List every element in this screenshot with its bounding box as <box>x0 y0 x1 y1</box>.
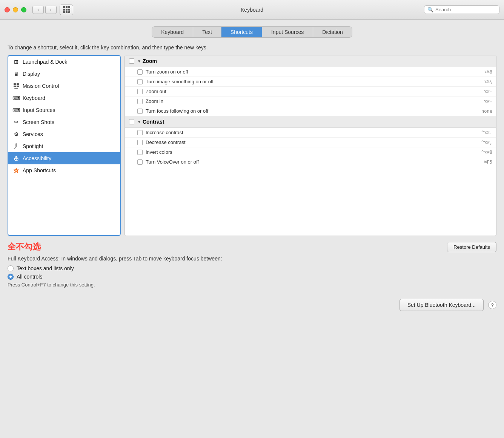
radio-text-boxes[interactable] <box>8 265 14 271</box>
description-text: To change a shortcut, select it, click t… <box>8 44 496 51</box>
shortcut-label: Turn VoiceOver on or off <box>146 159 462 165</box>
zoom-section-title: Zoom <box>143 58 157 64</box>
cb-contrast-0 <box>136 130 144 135</box>
sidebar-item-label: Input Sources <box>23 107 55 113</box>
sidebar-item-input-sources[interactable]: ⌨ Input Sources <box>8 104 120 116</box>
panel-area: ⊞ Launchpad & Dock 🖥 Display Mission Con… <box>8 55 496 236</box>
shortcut-key: ^⌥⌘, <box>462 140 492 145</box>
grid-icon <box>63 6 70 13</box>
restore-defaults-button[interactable]: Restore Defaults <box>447 242 496 252</box>
shortcut-label: Zoom out <box>146 89 462 94</box>
title-bar: ‹ › Keyboard 🔍 <box>0 0 504 20</box>
shortcut-row-zoom-4: Turn focus following on or off none <box>125 106 496 116</box>
sidebar-item-display[interactable]: 🖥 Display <box>8 68 120 80</box>
nav-buttons: ‹ › <box>32 6 57 14</box>
sidebar-item-services[interactable]: ⚙ Services <box>8 128 120 140</box>
setup-bluetooth-button[interactable]: Set Up Bluetooth Keyboard... <box>400 299 484 311</box>
tab-keyboard[interactable]: Keyboard <box>152 27 193 37</box>
svg-rect-0 <box>14 83 16 85</box>
grid-button[interactable] <box>60 5 73 15</box>
sidebar-item-label: Spotlight <box>23 143 43 149</box>
screen-shots-icon: ✂ <box>13 119 20 126</box>
shortcut-key: ^⌥⌘. <box>462 130 492 135</box>
sidebar-item-accessibility[interactable]: Accessibility <box>8 152 120 164</box>
search-input[interactable] <box>435 7 496 12</box>
shortcut-label: Turn zoom on or off <box>146 69 462 75</box>
cb-zoom-0 <box>136 69 144 75</box>
cb-zoom-4 <box>136 109 144 114</box>
shortcut-row-contrast-1: Decrease contrast ^⌥⌘, <box>125 138 496 147</box>
shortcut-label: Increase contrast <box>146 130 462 135</box>
shortcut-key: ⌥⌘- <box>462 89 492 94</box>
svg-rect-1 <box>17 83 19 85</box>
minimize-button[interactable] <box>13 7 18 12</box>
tab-shortcuts[interactable]: Shortcuts <box>221 27 262 37</box>
sidebar-item-keyboard[interactable]: ⌨ Keyboard <box>8 92 120 104</box>
sidebar-item-label: Mission Control <box>23 83 59 89</box>
bottom-bar: 全不勾选 Restore Defaults <box>8 240 496 256</box>
shortcut-row-zoom-0: Turn zoom on or off ⌥⌘8 <box>125 67 496 77</box>
svg-rect-5 <box>15 143 17 147</box>
svg-rect-4 <box>14 88 18 89</box>
window-title: Keyboard <box>241 7 263 13</box>
window-controls <box>5 7 26 12</box>
sidebar-item-label: Display <box>23 71 40 77</box>
hint-text: Press Control+F7 to change this setting. <box>8 282 496 288</box>
sidebar-item-label: Launchpad & Dock <box>23 59 67 65</box>
back-button[interactable]: ‹ <box>32 6 44 14</box>
fka-title: Full Keyboard Access: In windows and dia… <box>8 256 496 262</box>
shortcut-key: ^⌥⌘8 <box>462 150 492 155</box>
services-icon: ⚙ <box>13 131 20 138</box>
accessibility-icon <box>13 155 20 162</box>
contrast-triangle-icon[interactable]: ▼ <box>137 120 141 124</box>
radio-all-controls[interactable] <box>8 274 14 280</box>
mission-control-icon <box>13 83 20 89</box>
keyboard-icon: ⌨ <box>13 95 20 101</box>
cb-extra-1 <box>136 159 144 165</box>
shortcut-label: Turn focus following on or off <box>146 108 462 114</box>
contrast-checkbox[interactable] <box>129 119 134 124</box>
left-list: ⊞ Launchpad & Dock 🖥 Display Mission Con… <box>8 55 121 236</box>
footer-row: Set Up Bluetooth Keyboard... ? <box>8 295 496 311</box>
right-panel: ▼ Zoom Turn zoom on or off ⌥⌘8 Turn imag… <box>124 55 496 236</box>
cb-contrast-1 <box>136 140 144 145</box>
search-icon: 🔍 <box>427 7 433 12</box>
tab-dictation[interactable]: Dictation <box>313 27 352 37</box>
tabs-container: Keyboard Text Shortcuts Input Sources Di… <box>152 26 352 38</box>
help-button[interactable]: ? <box>488 301 496 309</box>
radio-label-text-boxes: Text boxes and lists only <box>17 265 74 271</box>
zoom-checkbox[interactable] <box>129 58 134 64</box>
shortcut-row-contrast-0: Increase contrast ^⌥⌘. <box>125 128 496 138</box>
shortcut-key: none <box>462 109 492 114</box>
svg-rect-3 <box>17 86 19 87</box>
chinese-text: 全不勾选 <box>8 241 41 253</box>
input-sources-icon: ⌨ <box>13 107 20 113</box>
shortcut-row-zoom-1: Turn image smoothing on or off ⌥⌘\ <box>125 77 496 87</box>
sidebar-item-mission-control[interactable]: Mission Control <box>8 80 120 92</box>
sidebar-item-launchpad[interactable]: ⊞ Launchpad & Dock <box>8 56 120 68</box>
sidebar-item-label: Accessibility <box>23 155 51 161</box>
search-box[interactable]: 🔍 <box>424 5 499 14</box>
cb-zoom-2 <box>136 89 144 94</box>
zoom-triangle-icon[interactable]: ▼ <box>137 59 141 63</box>
contrast-section-title: Contrast <box>143 119 164 125</box>
contrast-section-header: ▼ Contrast <box>125 116 496 128</box>
tab-input-sources[interactable]: Input Sources <box>262 27 313 37</box>
shortcut-label: Zoom in <box>146 98 462 104</box>
sidebar-item-spotlight[interactable]: Spotlight <box>8 140 120 152</box>
close-button[interactable] <box>5 7 10 12</box>
sidebar-item-screen-shots[interactable]: ✂ Screen Shots <box>8 116 120 128</box>
forward-button[interactable]: › <box>45 6 57 14</box>
fka-section: Full Keyboard Access: In windows and dia… <box>8 256 496 288</box>
shortcut-row-zoom-2: Zoom out ⌥⌘- <box>125 87 496 96</box>
spotlight-icon <box>13 143 20 150</box>
shortcut-label: Invert colors <box>146 149 462 155</box>
tab-text[interactable]: Text <box>193 27 221 37</box>
sidebar-item-app-shortcuts[interactable]: A App Shortcuts <box>8 164 120 176</box>
shortcut-label: Decrease contrast <box>146 139 462 145</box>
shortcut-row-zoom-3: Zoom in ⌥⌘= <box>125 96 496 106</box>
maximize-button[interactable] <box>21 7 26 12</box>
shortcut-key: ⌘F5 <box>462 159 492 165</box>
app-shortcuts-icon: A <box>13 167 20 174</box>
display-icon: 🖥 <box>13 70 20 77</box>
